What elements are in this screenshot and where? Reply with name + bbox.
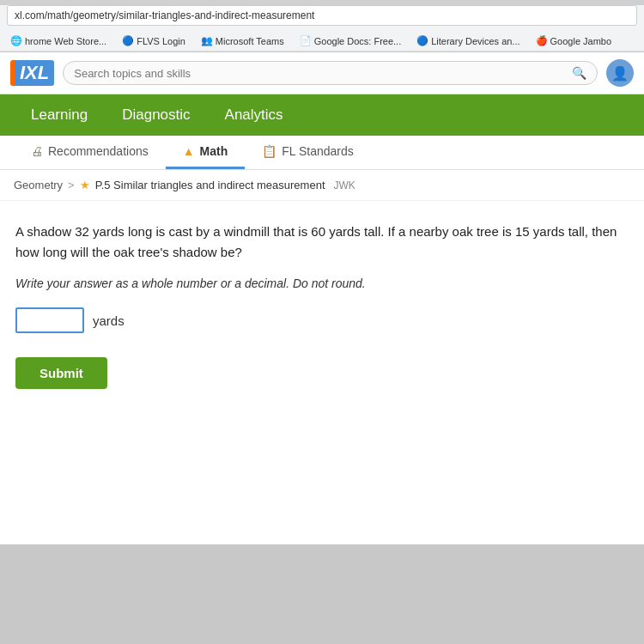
- browser-chrome: xl.com/math/geometry/similar-triangles-a…: [0, 5, 644, 52]
- bookmark-webstore-icon: 🌐: [10, 35, 22, 46]
- bookmark-webstore[interactable]: 🌐 hrome Web Store...: [7, 33, 110, 48]
- tab-math[interactable]: ▲ Math: [166, 136, 246, 169]
- bookmark-literary-icon: 🔵: [416, 35, 428, 46]
- breadcrumb-skill-code: JWK: [334, 179, 355, 191]
- bookmark-literary[interactable]: 🔵 Literary Devices an...: [413, 33, 523, 48]
- nav-bar: Learning Diagnostic Analytics: [0, 94, 644, 136]
- problem-text: A shadow 32 yards long is cast by a wind…: [15, 222, 629, 263]
- search-icon: 🔍: [572, 66, 586, 80]
- recommendations-icon: 🖨: [31, 144, 43, 158]
- bookmark-flvs[interactable]: 🔵 FLVS Login: [118, 33, 189, 48]
- bookmark-google-jambo-icon: 🍎: [536, 35, 548, 46]
- breadcrumb-star-icon: ★: [80, 179, 90, 191]
- search-bar[interactable]: 🔍: [63, 61, 598, 85]
- answer-unit: yards: [93, 313, 125, 328]
- tab-recommendations[interactable]: 🖨 Recommendations: [14, 136, 166, 169]
- bookmark-google-jambo[interactable]: 🍎 Google Jambo: [532, 33, 616, 48]
- breadcrumb-chevron: >: [68, 179, 75, 191]
- nav-item-analytics[interactable]: Analytics: [208, 94, 301, 136]
- bottom-area: [0, 544, 644, 644]
- submit-button[interactable]: Submit: [15, 357, 107, 389]
- nav-item-diagnostic[interactable]: Diagnostic: [105, 94, 207, 136]
- bookmarks-bar: 🌐 hrome Web Store... 🔵 FLVS Login 👥 Micr…: [0, 31, 644, 52]
- nav-item-learning[interactable]: Learning: [14, 94, 105, 136]
- answer-input[interactable]: [15, 307, 84, 333]
- search-input[interactable]: [74, 67, 567, 80]
- tab-fl-standards[interactable]: 📋 FL Standards: [245, 136, 371, 169]
- breadcrumb: Geometry > ★ P.5 Similar triangles and i…: [0, 170, 644, 201]
- bookmark-teams-icon: 👥: [201, 35, 213, 46]
- instruction-text: Write your answer as a whole number or a…: [15, 276, 629, 290]
- bookmark-gdocs-icon: 📄: [300, 35, 312, 46]
- user-avatar[interactable]: 👤: [606, 59, 634, 87]
- bookmark-gdocs[interactable]: 📄 Google Docs: Free...: [296, 33, 405, 48]
- content-area: A shadow 32 yards long is cast by a wind…: [0, 201, 644, 544]
- ixl-header: IXL 🔍 👤: [0, 52, 644, 94]
- bookmark-flvs-icon: 🔵: [122, 35, 134, 46]
- ixl-logo[interactable]: IXL: [10, 60, 54, 86]
- fl-standards-icon: 📋: [262, 144, 276, 158]
- answer-row: yards: [15, 307, 629, 333]
- address-bar[interactable]: xl.com/math/geometry/similar-triangles-a…: [7, 5, 637, 26]
- tabs-bar: 🖨 Recommendations ▲ Math 📋 FL Standards: [0, 136, 644, 170]
- bookmark-teams[interactable]: 👥 Microsoft Teams: [197, 33, 288, 48]
- math-icon: ▲: [183, 144, 195, 158]
- breadcrumb-subject[interactable]: Geometry: [14, 179, 63, 191]
- breadcrumb-skill[interactable]: P.5 Similar triangles and indirect measu…: [95, 179, 325, 191]
